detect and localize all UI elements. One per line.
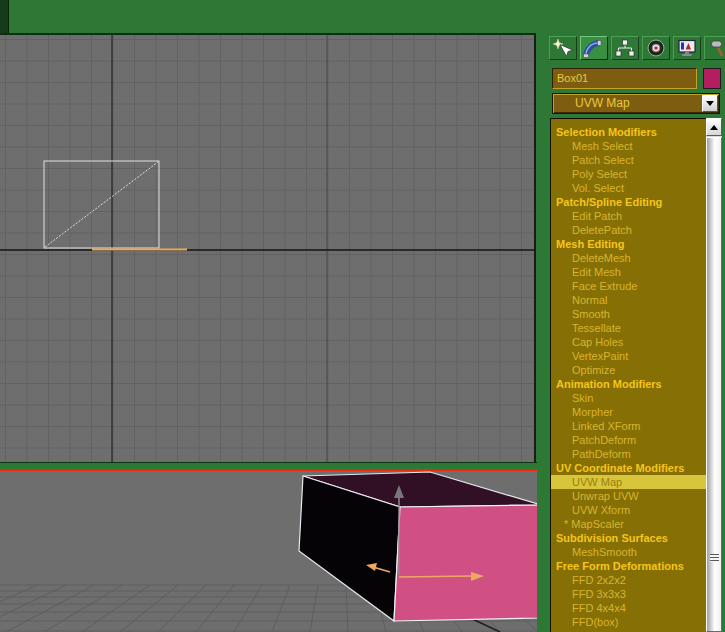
- modifier-item[interactable]: Normal: [551, 293, 706, 307]
- wireframe-object[interactable]: [44, 161, 159, 248]
- modifier-item[interactable]: Edit Mesh: [551, 265, 706, 279]
- viewport-perspective[interactable]: [0, 469, 543, 632]
- object-color-swatch[interactable]: [703, 68, 721, 89]
- modifier-category-header: Mesh Editing: [551, 237, 706, 251]
- modifier-category-header: Animation Modifiers: [551, 377, 706, 391]
- viewport-front-canvas: [0, 35, 534, 462]
- box-object[interactable]: [299, 472, 541, 621]
- tab-display[interactable]: [673, 36, 701, 60]
- modifier-category-header: Free Form Deformations: [551, 559, 706, 573]
- modifier-category-header: Subdivision Surfaces: [551, 531, 706, 545]
- modifier-item[interactable]: Vol. Select: [551, 181, 706, 195]
- modifier-item[interactable]: Face Extrude: [551, 279, 706, 293]
- viewport-perspective-canvas: [0, 471, 541, 632]
- modifier-item[interactable]: FFD 4x4x4: [551, 601, 706, 615]
- modifier-category-header: UV Coordinate Modifiers: [551, 461, 706, 475]
- modifier-item[interactable]: Morpher: [551, 405, 706, 419]
- modifier-item[interactable]: Patch Select: [551, 153, 706, 167]
- box-front-face[interactable]: [394, 505, 541, 621]
- tab-utilities[interactable]: [704, 36, 725, 60]
- modifier-item[interactable]: Tessellate: [551, 321, 706, 335]
- modifier-item[interactable]: DeleteMesh: [551, 251, 706, 265]
- tab-hierarchy[interactable]: [611, 36, 639, 60]
- modifier-item[interactable]: VertexPaint: [551, 349, 706, 363]
- modifier-item[interactable]: Poly Select: [551, 167, 706, 181]
- modifier-dropdown[interactable]: UVW Map: [552, 93, 720, 114]
- wheel-icon: [645, 38, 667, 58]
- tab-create[interactable]: [549, 36, 577, 60]
- modifier-item[interactable]: MeshSmooth: [551, 545, 706, 559]
- modifier-category-header: Selection Modifiers: [551, 125, 706, 139]
- tab-modify[interactable]: [580, 36, 608, 60]
- scrollbar-thumb[interactable]: [706, 137, 722, 632]
- linked-boxes-icon: [614, 38, 636, 58]
- modifier-list: Selection ModifiersMesh SelectPatch Sele…: [550, 118, 706, 632]
- scrollbar-up-button[interactable]: [706, 118, 722, 136]
- modifier-item[interactable]: PathDeform: [551, 447, 706, 461]
- modifier-item[interactable]: Optimize: [551, 363, 706, 377]
- modifier-item[interactable]: * MapScaler: [551, 517, 706, 531]
- dropdown-button[interactable]: [702, 95, 718, 112]
- bent-pipe-icon: [583, 38, 605, 58]
- modifier-item[interactable]: Mesh Select: [551, 139, 706, 153]
- scrollbar-grip-icon: [710, 554, 719, 562]
- window-corner-block: [0, 0, 9, 33]
- modifier-item[interactable]: Cap Holes: [551, 335, 706, 349]
- modifier-item[interactable]: Edit Patch: [551, 209, 706, 223]
- modifier-item[interactable]: UVW Xform: [551, 503, 706, 517]
- chevron-up-icon: [710, 125, 718, 130]
- modifier-category-header: Patch/Spline Editing: [551, 195, 706, 209]
- command-panel-tabs: [549, 36, 725, 60]
- modifier-item[interactable]: FFD(box): [551, 615, 706, 629]
- modifier-item[interactable]: PatchDeform: [551, 433, 706, 447]
- modifier-item[interactable]: FFD 2x2x2: [551, 573, 706, 587]
- viewport-front[interactable]: [0, 33, 536, 464]
- hammer-icon: [707, 38, 725, 58]
- modifier-dropdown-value: UVW Map: [553, 94, 719, 113]
- modifier-item[interactable]: FFD 3x3x3: [551, 587, 706, 601]
- object-name-input[interactable]: Box01: [552, 68, 697, 89]
- monitor-icon: [676, 38, 698, 58]
- modifier-item[interactable]: Linked XForm: [551, 419, 706, 433]
- arrow-star-icon: [552, 38, 574, 58]
- tab-motion[interactable]: [642, 36, 670, 60]
- modifier-item[interactable]: Unwrap UVW: [551, 489, 706, 503]
- chevron-down-icon: [706, 101, 714, 106]
- command-panel: Box01 UVW Map Selection ModifiersMesh Se…: [537, 0, 725, 632]
- modifier-list-scrollbar[interactable]: [706, 118, 722, 632]
- modifier-item[interactable]: DeletePatch: [551, 223, 706, 237]
- modifier-item[interactable]: UVW Map: [551, 475, 706, 489]
- modifier-item[interactable]: Smooth: [551, 307, 706, 321]
- modifier-item[interactable]: Skin: [551, 391, 706, 405]
